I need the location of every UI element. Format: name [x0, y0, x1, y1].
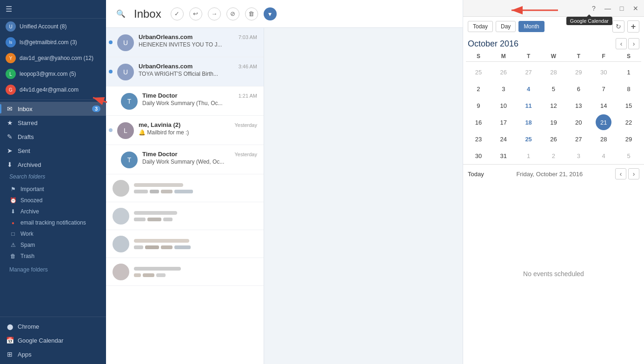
add-event-button[interactable]: + [627, 20, 639, 33]
cal-cell[interactable]: 28 [545, 64, 561, 80]
nav-inbox[interactable]: ✉ Inbox 3 [0, 102, 106, 116]
search-folders[interactable]: Search folders [0, 172, 106, 182]
nav-drafts[interactable]: ✎ Drafts [0, 130, 106, 144]
cal-footer-next[interactable]: › [628, 168, 639, 179]
cal-cell[interactable]: 18 [521, 114, 537, 130]
cal-cell[interactable]: 7 [596, 81, 611, 97]
cal-footer-prev[interactable]: ‹ [615, 168, 626, 179]
folder-archive[interactable]: ⬇ Archive [0, 206, 106, 217]
email-item[interactable]: U UrbanOrleans.com 7:03 AM HEINEKEN INVI… [106, 28, 264, 57]
cal-cell[interactable]: 19 [545, 114, 561, 130]
cal-cell[interactable]: 1 [621, 64, 637, 80]
cal-cell[interactable]: 3 [496, 81, 511, 97]
email-item[interactable]: L me, Lavinia (2) Yesterday 🔔 Mailbird f… [106, 116, 264, 145]
bottom-chrome[interactable]: ⬤ Chrome [0, 320, 106, 333]
archive-button[interactable]: ⊘ [226, 7, 239, 20]
cal-cell[interactable]: 1 [521, 148, 537, 164]
account-leo[interactable]: L leopop3@gmx.com (5) [0, 66, 106, 82]
email-item[interactable]: T Time Doctor 1:21 AM Daily Work Summary… [106, 86, 264, 116]
cal-cell[interactable]: 29 [621, 131, 637, 147]
folder-important[interactable]: ⚑ Important [0, 184, 106, 195]
month-button[interactable]: Month [518, 21, 544, 32]
cal-cell[interactable]: 30 [471, 148, 486, 164]
refresh-button[interactable]: ↻ [612, 20, 624, 33]
dropdown-button[interactable]: ▾ [264, 7, 277, 20]
cal-cell[interactable]: 16 [471, 114, 486, 130]
forward-button[interactable]: → [208, 7, 221, 20]
cal-cell[interactable]: 4 [596, 148, 611, 164]
cal-cell[interactable]: 31 [496, 148, 511, 164]
spam-label: Spam [20, 242, 35, 248]
cal-cell[interactable]: 20 [571, 114, 586, 130]
delete-button[interactable]: 🗑 [245, 7, 258, 20]
help-button[interactable]: ? [588, 3, 599, 14]
folder-spam[interactable]: ⚠ Spam [0, 239, 106, 251]
bottom-google-calendar[interactable]: 📅 Google Calendar [0, 333, 106, 347]
accounts-section: U Unified Account (8) ls ls@getmailbird.… [0, 19, 106, 98]
close-button[interactable]: ✕ [630, 3, 641, 14]
cal-cell[interactable]: 13 [571, 98, 586, 113]
account-d4v1d[interactable]: G d4v1d.ge4r@gmail.com [0, 82, 106, 98]
drafts-label: Drafts [18, 133, 34, 140]
d4v1d-label: d4v1d.ge4r@gmail.com [20, 86, 79, 93]
bottom-apps[interactable]: ⊞ Apps [0, 347, 106, 361]
cal-cell[interactable]: 2 [471, 81, 486, 97]
cal-cell[interactable]: 27 [521, 64, 537, 80]
day-button[interactable]: Day [496, 21, 516, 32]
unified-account[interactable]: U Unified Account (8) [0, 19, 106, 34]
maximize-button[interactable]: □ [616, 3, 627, 14]
cal-cell[interactable]: 3 [571, 148, 586, 164]
folder-snoozed[interactable]: ⏰ Snoozed [0, 195, 106, 206]
cal-cell[interactable]: 6 [571, 81, 586, 97]
reply-button[interactable]: ↩ [189, 7, 202, 20]
cal-cell[interactable]: 23 [471, 131, 486, 147]
cal-cell[interactable]: 4 [521, 81, 537, 97]
minimize-button[interactable]: — [602, 3, 613, 14]
cal-cell[interactable]: 22 [621, 114, 637, 130]
cal-nav-bar: Today Day Month ↻ + [463, 17, 644, 36]
cal-cell[interactable]: 25 [521, 131, 537, 147]
cal-cell[interactable]: 27 [571, 131, 586, 147]
cal-cell[interactable]: 8 [621, 81, 637, 97]
cal-cell[interactable]: 30 [596, 64, 611, 80]
starred-icon: ★ [6, 119, 14, 126]
today-button[interactable]: Today [468, 21, 493, 32]
chrome-label: Chrome [18, 323, 39, 330]
account-dav1d[interactable]: Y dav1d_gear@yahoo.com (12) [0, 50, 106, 66]
manage-folders[interactable]: Manage folders [0, 264, 106, 276]
cal-next-button[interactable]: › [628, 38, 639, 49]
folder-email-tracking[interactable]: ● email tracking notifications [0, 217, 106, 228]
cal-cell[interactable]: 5 [545, 81, 561, 97]
nav-archived[interactable]: ⬇ Archived [0, 158, 106, 172]
starred-label: Starred [18, 119, 38, 126]
email-item[interactable]: U UrbanOrleans.com 3:46 AM TOYA WRIGHT'S… [106, 57, 264, 86]
nav-sent[interactable]: ➤ Sent [0, 144, 106, 158]
cal-cell[interactable]: 10 [496, 98, 511, 113]
cal-cell[interactable]: 25 [471, 64, 486, 80]
hamburger-icon[interactable]: ☰ [6, 5, 12, 13]
cal-cell[interactable]: 26 [545, 131, 561, 147]
cal-cell[interactable]: 26 [496, 64, 511, 80]
cal-cell[interactable]: 12 [545, 98, 561, 113]
cal-cell[interactable]: 24 [496, 131, 511, 147]
nav-starred[interactable]: ★ Starred [0, 116, 106, 130]
email-subject: TOYA WRIGHT'S Official Birth... [139, 71, 257, 77]
cal-cell[interactable]: 14 [596, 98, 611, 113]
cal-cell[interactable]: 5 [621, 148, 637, 164]
account-ls[interactable]: ls ls@getmailbird.com (3) [0, 34, 106, 50]
cal-prev-button[interactable]: ‹ [616, 38, 627, 49]
folder-work[interactable]: □ Work [0, 228, 106, 239]
search-button[interactable]: 🔍 [113, 7, 128, 21]
cal-cell[interactable]: 11 [521, 98, 537, 113]
cal-cell[interactable]: 15 [621, 98, 637, 113]
cal-cell[interactable]: 28 [596, 131, 611, 147]
folder-trash[interactable]: 🗑 Trash [0, 251, 106, 262]
cal-cell[interactable]: 2 [545, 148, 561, 164]
cal-cell[interactable]: 29 [571, 64, 586, 80]
google-calendar-tooltip: Google Calendar [566, 17, 612, 25]
email-item[interactable]: T Time Doctor Yesterday Daily Work Summa… [106, 145, 264, 174]
cal-cell[interactable]: 21 [596, 114, 611, 130]
check-button[interactable]: ✓ [171, 7, 184, 20]
cal-cell[interactable]: 17 [496, 114, 511, 130]
cal-cell[interactable]: 9 [471, 98, 486, 113]
